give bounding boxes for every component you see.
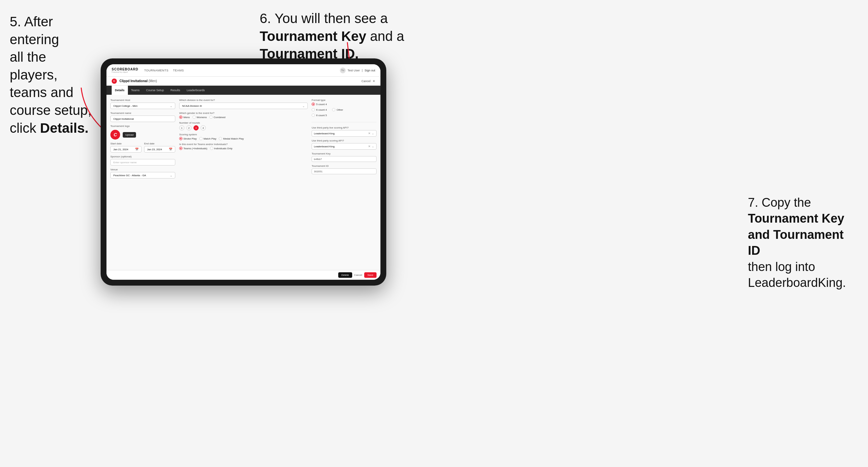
cancel-button[interactable]: Cancel — [354, 274, 362, 277]
nav-tournaments[interactable]: TOURNAMENTS — [144, 69, 168, 72]
scoring-stroke[interactable]: Stroke Play — [179, 137, 197, 140]
nav-username: Test User — [348, 69, 360, 72]
logo-section: C Upload — [111, 130, 175, 139]
third-party-2-input[interactable]: Leaderboard King ✕ ⌄ — [312, 143, 376, 150]
rounds-selector: 1 2 3 4 — [179, 125, 308, 130]
tab-teams[interactable]: Teams — [128, 86, 143, 95]
gender-mens-radio[interactable] — [179, 116, 182, 119]
right-column: Format type 5 count 4 6 count 4 — [312, 99, 376, 266]
cancel-label: Cancel — [361, 80, 370, 83]
venue-input[interactable]: Peachtree GC - Atlanta - GA — [111, 172, 175, 179]
annotation-top-text2b: and a — [366, 29, 404, 44]
individuals-only[interactable]: Individuals Only — [210, 147, 232, 150]
third-party-1-clear[interactable]: ✕ ⌄ — [368, 132, 374, 135]
format-5count4[interactable]: 5 count 4 — [312, 102, 376, 106]
scoring-medal-radio[interactable] — [219, 137, 222, 140]
start-date-input[interactable]: Jan 21, 2024 📅 — [111, 146, 142, 153]
format-6count4-radio[interactable] — [312, 108, 315, 111]
round-4[interactable]: 4 — [200, 125, 206, 130]
annotation-right-text4: then log into — [748, 260, 815, 274]
annotation-left-text1: 5. After entering — [10, 14, 59, 47]
annotation-right-text5: LeaderboardKing. — [748, 276, 846, 289]
scoring-label: Scoring system — [179, 133, 308, 136]
middle-column: Which division is the event for? NCAA Di… — [179, 99, 308, 266]
format-6count5-radio[interactable] — [312, 114, 315, 117]
scoring-stroke-radio[interactable] — [179, 137, 182, 140]
nav-teams[interactable]: TEAMS — [173, 69, 184, 72]
tab-results[interactable]: Results — [167, 86, 183, 95]
delete-button[interactable]: Delete — [338, 272, 352, 278]
date-row: Start date Jan 21, 2024 📅 End date Jan 2… — [111, 142, 175, 153]
gender-combined-radio[interactable] — [209, 116, 213, 119]
tournament-host-value: Clippd College - Men — [113, 104, 137, 107]
division-value: NCAA Division III — [182, 104, 202, 107]
scoring-match-label: Match Play — [204, 137, 217, 140]
teams-plus-individuals-label: Teams (+Individuals) — [183, 147, 208, 150]
teams-plus-individuals[interactable]: Teams (+Individuals) — [179, 147, 208, 150]
teams-group: Is this event for Teams and/or Individua… — [179, 143, 308, 150]
third-party-2-value: Leaderboard King — [314, 145, 335, 148]
format-6count5[interactable]: 6 count 5 — [312, 114, 376, 117]
annotation-left-text4: course setup, — [10, 102, 92, 118]
gender-combined[interactable]: Combined — [209, 116, 225, 119]
gender-womens[interactable]: Womens — [192, 116, 207, 119]
annotation-top-bold2: Tournament Key — [260, 29, 366, 44]
gender-mens[interactable]: Mens — [179, 116, 190, 119]
annotation-top: 6. You will then see a Tournament Key an… — [260, 10, 448, 63]
brand-logo: SCOREBOARD Powered by clippd — [112, 67, 138, 73]
scoring-match-radio[interactable] — [199, 137, 203, 140]
user-avatar: TU — [340, 67, 346, 73]
round-1[interactable]: 1 — [179, 125, 184, 130]
sponsor-group: Sponsor (optional) Enter sponsor name — [111, 155, 175, 165]
tab-leaderboards[interactable]: Leaderboards — [183, 86, 208, 95]
third-party-1-input[interactable]: Leaderboard King ✕ ⌄ — [312, 130, 376, 136]
tournament-host-label: Tournament Host — [111, 99, 175, 101]
tournament-title: Clippd Invitational (Men) — [120, 79, 157, 83]
tournament-host-input[interactable]: Clippd College - Men — [111, 102, 175, 109]
tournament-name-input[interactable]: Clippd Invitational — [111, 116, 175, 122]
tab-bar: Details Teams Course Setup Results Leade… — [106, 86, 380, 95]
close-icon: ✕ — [373, 80, 375, 83]
teams-plus-individuals-radio[interactable] — [179, 147, 182, 150]
scoring-medal[interactable]: Medal Match Play — [219, 137, 244, 140]
division-input[interactable]: NCAA Division III — [179, 102, 308, 109]
nav-signout[interactable]: Sign out — [365, 69, 375, 72]
tournament-icon: C — [112, 79, 117, 84]
format-other[interactable]: Other — [332, 108, 343, 111]
annotation-right: 7. Copy the Tournament Key and Tournamen… — [748, 195, 858, 291]
round-2[interactable]: 2 — [186, 125, 191, 130]
sponsor-label: Sponsor (optional) — [111, 155, 175, 158]
end-date-input[interactable]: Jan 23, 2024 📅 — [144, 146, 175, 153]
nav-right: TU Test User | Sign out — [340, 67, 375, 73]
tab-details[interactable]: Details — [112, 86, 128, 95]
third-party-2-clear[interactable]: ✕ ⌄ — [368, 145, 374, 148]
gender-radio-group: Mens Womens Combined — [179, 116, 308, 119]
format-5count4-radio[interactable] — [312, 102, 315, 106]
top-nav: SCOREBOARD Powered by clippd TOURNAMENTS… — [106, 64, 380, 76]
format-other-radio[interactable] — [332, 108, 335, 111]
brand-sub: Powered by clippd — [112, 71, 138, 73]
sponsor-placeholder: Enter sponsor name — [113, 161, 137, 164]
start-date-value: Jan 21, 2024 — [113, 148, 128, 151]
annotation-left: 5. After entering all the players, teams… — [10, 13, 94, 137]
scoring-match[interactable]: Match Play — [199, 137, 217, 140]
gender-womens-radio[interactable] — [192, 116, 196, 119]
division-group: Which division is the event for? NCAA Di… — [179, 99, 308, 109]
round-3[interactable]: 3 — [193, 125, 199, 130]
format-6count4[interactable]: 6 count 4 — [312, 108, 327, 111]
end-date-label: End date — [144, 142, 175, 145]
tab-course-setup[interactable]: Course Setup — [143, 86, 167, 95]
action-bar: Delete Cancel Save — [106, 270, 380, 280]
individuals-only-radio[interactable] — [210, 147, 213, 150]
tournament-header: C Clippd Invitational (Men) Cancel ✕ — [106, 76, 380, 86]
upload-button[interactable]: Upload — [123, 132, 136, 137]
content-area: Tournament Host Clippd College - Men Tou… — [106, 95, 380, 270]
tournament-host-group: Tournament Host Clippd College - Men — [111, 99, 175, 109]
tournament-key-field: b4fbb7 — [312, 156, 376, 162]
annotation-left-text2: all the players, — [10, 49, 58, 83]
annotation-right-bold3: and Tournament ID — [748, 228, 844, 257]
save-button[interactable]: Save — [364, 272, 376, 278]
cancel-close-btn[interactable]: Cancel ✕ — [361, 80, 375, 83]
sponsor-input[interactable]: Enter sponsor name — [111, 159, 175, 165]
tournament-id-group: Tournament ID 302051 — [312, 164, 376, 174]
